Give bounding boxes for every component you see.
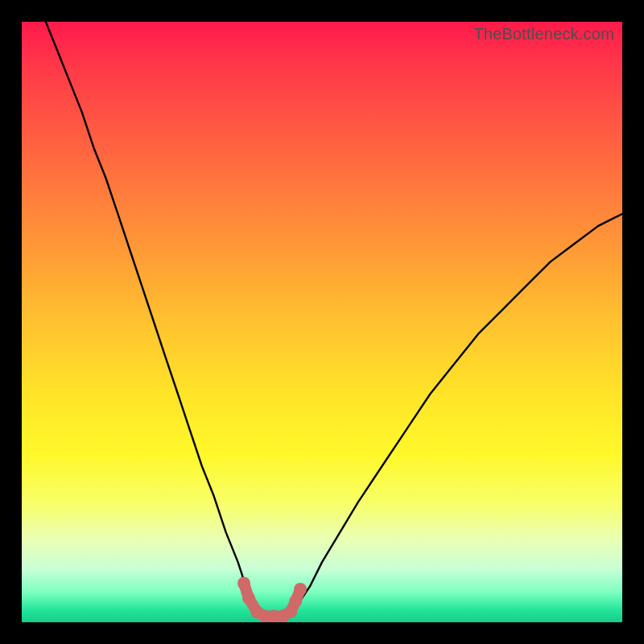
chart-frame: TheBottleneck.com xyxy=(0,0,644,644)
optimal-zone-point xyxy=(294,583,307,596)
optimal-zone-point xyxy=(237,577,250,590)
optimal-zone-point xyxy=(289,595,302,608)
watermark-text: TheBottleneck.com xyxy=(473,25,614,43)
optimal-zone-markers xyxy=(237,577,307,623)
optimal-zone-point xyxy=(242,592,255,605)
bottleneck-curve xyxy=(46,22,622,617)
chart-overlay xyxy=(22,22,622,622)
plot-area: TheBottleneck.com xyxy=(22,22,622,622)
